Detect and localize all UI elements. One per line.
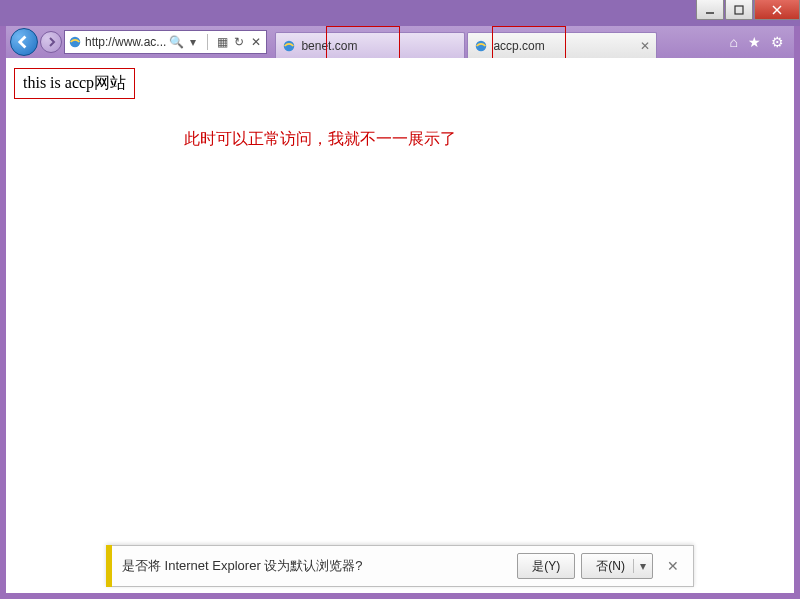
chevron-down-icon[interactable]: ▾ <box>633 559 646 573</box>
notify-stripe <box>106 545 112 587</box>
back-button[interactable] <box>10 28 38 56</box>
toolbar-icons: ⌂ ★ ⚙ <box>730 34 790 50</box>
url-text: http://www.ac... <box>85 35 166 49</box>
ie-icon <box>68 35 82 49</box>
ie-icon <box>474 39 488 53</box>
search-icon[interactable]: 🔍 <box>169 35 183 49</box>
window-close-button[interactable] <box>754 0 800 20</box>
tab-accp[interactable]: accp.com ✕ <box>467 32 657 58</box>
page-annotation: 此时可以正常访问，我就不一一展示了 <box>184 129 786 150</box>
navigation-bar: http://www.ac... 🔍 ▾ ▦ ↻ ✕ benet.com acc… <box>6 26 794 58</box>
notify-no-label: 否(N) <box>596 558 625 575</box>
refresh-icon[interactable]: ↻ <box>232 35 246 49</box>
svg-rect-1 <box>735 6 743 14</box>
maximize-button[interactable] <box>725 0 753 20</box>
page-viewport: this is accp网站 此时可以正常访问，我就不一一展示了 是否将 Int… <box>6 58 794 593</box>
forward-button[interactable] <box>40 31 62 53</box>
tab-label: accp.com <box>493 39 544 53</box>
default-browser-prompt: 是否将 Internet Explorer 设为默认浏览器? 是(Y) 否(N)… <box>106 545 694 587</box>
compat-icon[interactable]: ▦ <box>215 35 229 49</box>
page-heading-box: this is accp网站 <box>14 68 135 99</box>
minimize-button[interactable] <box>696 0 724 20</box>
tab-label: benet.com <box>301 39 357 53</box>
tab-close-icon[interactable]: ✕ <box>640 39 650 53</box>
notify-no-button[interactable]: 否(N) ▾ <box>581 553 653 579</box>
separator <box>207 34 208 50</box>
home-icon[interactable]: ⌂ <box>730 34 738 50</box>
dropdown-icon[interactable]: ▾ <box>186 35 200 49</box>
notify-yes-button[interactable]: 是(Y) <box>517 553 575 579</box>
stop-icon[interactable]: ✕ <box>249 35 263 49</box>
notify-message: 是否将 Internet Explorer 设为默认浏览器? <box>122 557 511 575</box>
notify-close-icon[interactable]: ✕ <box>663 554 683 578</box>
address-bar[interactable]: http://www.ac... 🔍 ▾ ▦ ↻ ✕ <box>64 30 267 54</box>
settings-icon[interactable]: ⚙ <box>771 34 784 50</box>
window-titlebar <box>0 0 800 26</box>
tab-benet[interactable]: benet.com <box>275 32 465 58</box>
tab-strip: benet.com accp.com ✕ <box>275 26 657 58</box>
ie-icon <box>282 39 296 53</box>
favorites-icon[interactable]: ★ <box>748 34 761 50</box>
